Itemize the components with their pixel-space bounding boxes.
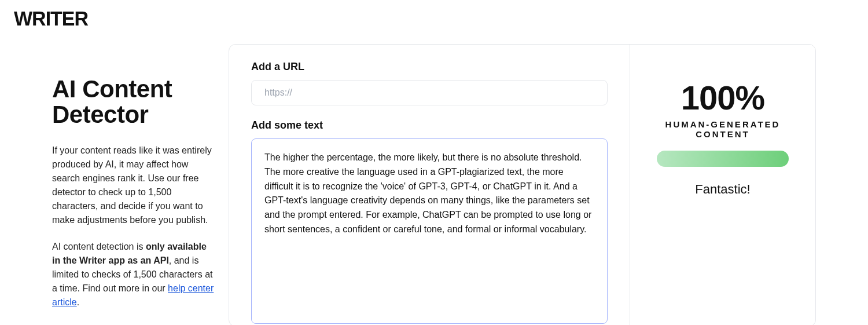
feedback-text: Fantastic! <box>646 182 799 197</box>
progress-bar <box>657 151 789 167</box>
score-percentage: 100% <box>646 78 799 117</box>
input-panel: Add a URL Add some text The higher the p… <box>229 45 630 325</box>
description-paragraph-1: If your content reads like it was entire… <box>52 144 215 227</box>
url-input[interactable] <box>251 80 608 105</box>
content-textarea[interactable]: The higher the percentage, the more like… <box>251 138 608 324</box>
main-container: AI Content Detector If your content read… <box>0 0 868 325</box>
desc2-suffix: . <box>77 297 79 307</box>
score-label: HUMAN-GENERATED CONTENT <box>646 119 799 139</box>
text-label: Add some text <box>251 119 608 132</box>
url-label: Add a URL <box>251 61 608 73</box>
page-title: AI Content Detector <box>52 76 215 127</box>
brand-logo: WRITER <box>14 6 88 30</box>
result-panel: 100% HUMAN-GENERATED CONTENT Fantastic! <box>630 45 815 325</box>
detector-card: Add a URL Add some text The higher the p… <box>229 44 816 325</box>
info-column: AI Content Detector If your content read… <box>0 44 229 325</box>
desc2-prefix: AI content detection is <box>52 242 146 251</box>
description-paragraph-2: AI content detection is only available i… <box>52 240 215 309</box>
